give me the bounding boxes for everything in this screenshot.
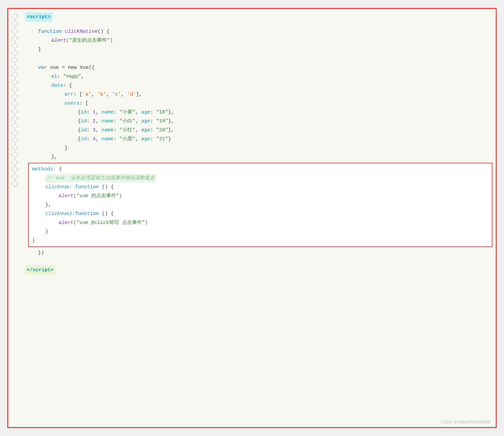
code-line-comment: // vue 业务处理逻辑方法或事件响应函数集合 [29, 174, 492, 183]
str-user4-age: "21" [156, 135, 168, 144]
code-editor: <script> function clickNative () { alert… [7, 8, 497, 428]
str-vue2-click: ("vue @click简写 点击事件") [73, 218, 148, 227]
gutter-arrow [12, 166, 18, 173]
gutter-arrow [12, 50, 18, 56]
fn-alert3: alert [59, 218, 73, 227]
gutter-arrow [12, 64, 18, 71]
fn-clicknative: clickNative [65, 27, 98, 36]
code-area: <script> function clickNative () { alert… [8, 9, 496, 427]
gutter-arrow [12, 71, 18, 78]
str-user1-age: "18" [156, 108, 168, 117]
key-data: data [51, 81, 63, 90]
str-app: "#app" [63, 72, 81, 81]
key-name3: name [102, 126, 113, 135]
num-2: 2 [93, 117, 96, 126]
code-line-alert-vue2: alert ("vue @click简写 点击事件") [29, 218, 492, 227]
gutter-arrow [12, 28, 18, 34]
watermark: CSDN @JH&&HANDSOME [441, 420, 490, 424]
gutter-arrow [12, 86, 18, 93]
blank-line-1 [25, 54, 492, 63]
fn-alert: alert [51, 36, 66, 45]
gutter-arrow [12, 115, 18, 122]
key-el: el [51, 72, 57, 81]
script-close-tag: </script> [25, 265, 492, 275]
key-age1: age [141, 108, 150, 117]
str-d: 'd' [127, 90, 136, 99]
str-native-click: ("原生的点击事件") [66, 36, 113, 45]
gutter-arrow [12, 21, 18, 27]
keyword-function: function [38, 27, 62, 36]
key-clickvue: clickVue [45, 183, 69, 192]
code-line-vue-close: }) [25, 248, 492, 257]
code-line-alert1: alert ("原生的点击事件") [25, 36, 492, 45]
key-name1: name [102, 108, 113, 117]
gutter-arrow [12, 152, 18, 158]
code-line-clickvue2: clickVue2: function () { [29, 209, 492, 218]
gutter-arrow [12, 144, 18, 151]
script-close-label: </script> [25, 265, 56, 275]
str-b: 'b' [97, 90, 106, 99]
key-name4: name [102, 135, 113, 144]
code-line-arr-close: ] [25, 144, 492, 153]
key-arr: arr [64, 90, 73, 99]
gutter-arrow [12, 13, 18, 20]
gutter-arrow [12, 159, 18, 165]
gutter-arrow [12, 42, 18, 49]
str-user2-age: "19" [156, 117, 168, 126]
code-line-methods-close: } [29, 236, 492, 245]
methods-highlight-box: methods : { // vue 业务处理逻辑方法或事件响应函数集合 cli… [28, 163, 492, 247]
gutter-arrow [12, 122, 18, 129]
key-methods: methods [32, 165, 53, 174]
code-line-var: var vue = new Vue({ [25, 63, 492, 72]
gutter-arrow [12, 101, 18, 107]
gutter [8, 12, 21, 424]
key-id3: id [81, 126, 87, 135]
code-line-user1: { id : 1 , name : "小黄" , age : "18" }, [25, 108, 492, 117]
fn-alert2: alert [59, 192, 73, 200]
code-line-close1: } [25, 45, 492, 54]
key-age3: age [141, 126, 150, 135]
code-line-clickvue: clickVue : function () { [29, 183, 492, 192]
code-line-clickvue-close: }, [29, 200, 492, 209]
key-name2: name [102, 117, 113, 126]
comment-text: // vue 业务处理逻辑方法或事件响应函数集合 [45, 174, 156, 183]
str-user4-name: "小黑" [119, 135, 135, 144]
code-line-el: el : "#app" , [25, 72, 492, 81]
script-open-label: <script> [25, 12, 53, 22]
key-age4: age [141, 135, 150, 144]
str-a: 'a' [82, 90, 91, 99]
code-line-user2: { id : 2 , name : "小白" , age : "19" }, [25, 117, 492, 126]
code-line-user4: { id : 4 , name : "小黑" , age : "21" } [25, 135, 492, 144]
num-1: 1 [93, 108, 96, 117]
num-3: 3 [93, 126, 96, 135]
code-line-alert-vue: alert ("vue 的点击事件") [29, 192, 492, 200]
str-vue-click: ("vue 的点击事件") [73, 192, 122, 200]
code-line-methods: methods : { [29, 165, 492, 174]
gutter-arrow [12, 137, 18, 144]
key-age2: age [141, 117, 150, 126]
key-id4: id [81, 135, 87, 144]
gutter-arrow [12, 93, 18, 100]
num-4: 4 [93, 135, 96, 144]
key-id1: id [81, 108, 87, 117]
gutter-arrow [12, 130, 18, 136]
code-line-data-close: }, [25, 153, 492, 161]
str-c: 'c' [112, 90, 121, 99]
key-users: users [64, 99, 79, 108]
code-line-arr: arr : [ 'a' , 'b' , 'c' , 'd' ], [25, 90, 492, 99]
blank-line-2 [25, 257, 492, 263]
gutter-arrow [12, 79, 18, 85]
script-open-tag: <script> [25, 12, 492, 22]
str-user2-name: "小白" [119, 117, 135, 126]
gutter-arrow [12, 181, 18, 187]
str-user3-name: "小红" [119, 126, 135, 135]
gutter-arrow [12, 173, 18, 180]
keyword-function2: function [75, 183, 99, 192]
code-line-function: function clickNative () { [25, 27, 492, 36]
gutter-arrow [12, 57, 18, 64]
str-user1-name: "小黄" [119, 108, 135, 117]
keyword-function3: function [75, 209, 99, 218]
code-line-data: data : { [25, 81, 492, 90]
str-user3-age: "20" [156, 126, 168, 135]
keyword-var: var [38, 63, 47, 72]
